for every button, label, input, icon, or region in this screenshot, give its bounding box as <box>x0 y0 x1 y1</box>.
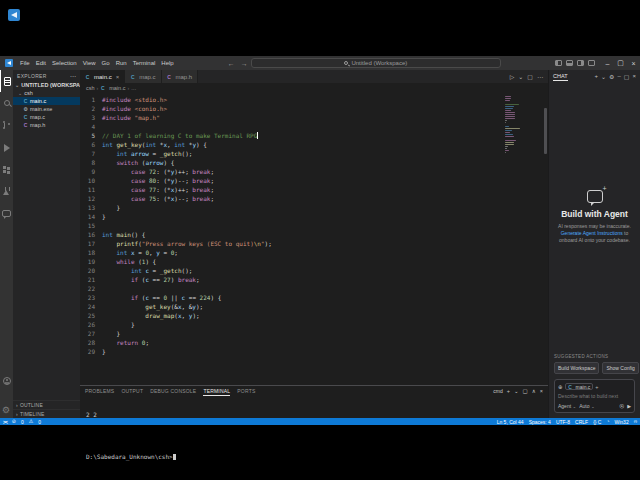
new-chat-icon[interactable]: + <box>595 73 599 80</box>
minimize-icon[interactable]: – <box>617 73 620 80</box>
toggle-panel-icon[interactable] <box>566 60 573 66</box>
activity-search-icon[interactable] <box>0 92 13 114</box>
add-context-icon[interactable]: + <box>595 384 598 390</box>
model-picker[interactable]: Auto ⌄ <box>579 403 594 409</box>
chevron-down-icon[interactable]: ⌄ <box>601 73 606 80</box>
maximize-button[interactable]: ▢ <box>614 56 627 70</box>
status-item[interactable]: {} C <box>593 419 601 425</box>
chat-input-placeholder[interactable]: Describe what to build next <box>558 393 631 399</box>
desktop-shortcut-icon[interactable] <box>8 9 20 21</box>
activity-source-control-icon[interactable] <box>0 114 13 136</box>
code-line: 24 get_key(&x, &y); <box>80 302 548 311</box>
minimap[interactable] <box>505 96 520 154</box>
menu-edit[interactable]: Edit <box>33 60 49 66</box>
show-config-button[interactable]: Show Config <box>602 362 638 374</box>
close-tab-icon[interactable]: × <box>116 74 120 80</box>
back-icon[interactable]: ← <box>225 60 238 67</box>
activity-chat-icon[interactable] <box>0 202 13 224</box>
copilot-icon[interactable]: ◔ <box>606 419 609 424</box>
chevron-down-icon[interactable]: ⌄ <box>514 388 519 394</box>
status-item[interactable]: CRLF <box>575 419 588 425</box>
menu-file[interactable]: File <box>17 60 33 66</box>
activity-testing-icon[interactable] <box>0 180 13 202</box>
menu-run[interactable]: Run <box>113 60 130 66</box>
attach-context-icon[interactable]: ⊕ <box>558 384 563 390</box>
outline-section[interactable]: › OUTLINE <box>13 400 80 409</box>
chevron-down-icon[interactable]: ⌄ <box>518 73 523 80</box>
customize-layout-icon[interactable] <box>588 60 595 66</box>
menu-terminal[interactable]: Terminal <box>130 60 159 66</box>
breadcrumb-item[interactable]: csh <box>86 85 95 91</box>
activity-settings-gear-icon[interactable] <box>0 392 13 414</box>
status-item[interactable]: Spaces: 4 <box>529 419 551 425</box>
remote-icon[interactable]: >< <box>3 419 7 425</box>
status-item[interactable]: Ln 5, Col 44 <box>497 419 524 425</box>
file-main.exe[interactable]: ⚙main.exe <box>13 105 80 113</box>
warning-icon[interactable]: ⚠ <box>29 419 33 424</box>
minimize-button[interactable]: – <box>601 56 614 70</box>
tab-map.c[interactable]: Cmap.c <box>125 70 161 83</box>
generate-instructions-link[interactable]: Generate Agent Instructions <box>561 230 623 236</box>
build-workspace-button[interactable]: Build Workspace <box>554 362 599 374</box>
panel-tab-output[interactable]: OUTPUT <box>121 387 143 396</box>
shell-label[interactable]: cmd <box>493 388 502 394</box>
folder-row[interactable]: ⌄ csh <box>13 89 80 97</box>
file-map.h[interactable]: Cmap.h <box>13 121 80 129</box>
status-item[interactable]: Win32 <box>615 419 629 425</box>
status-item[interactable]: UTF-8 <box>556 419 570 425</box>
menu-go[interactable]: Go <box>99 60 113 66</box>
status-item[interactable]: 0 <box>38 419 41 425</box>
activity-extensions-icon[interactable] <box>0 158 13 180</box>
file-main.c[interactable]: Cmain.c <box>13 97 80 105</box>
toggle-sidebar-icon[interactable] <box>555 60 562 66</box>
mode-picker[interactable]: Agent ⌄ <box>558 403 576 409</box>
status-item[interactable]: 0 <box>21 419 24 425</box>
close-panel-icon[interactable]: × <box>540 388 543 394</box>
chat-input-box[interactable]: ⊕ C main.c + Describe what to build next… <box>554 379 635 413</box>
tab-map.h[interactable]: Cmap.h <box>162 70 199 83</box>
panel-tab-terminal[interactable]: TERMINAL <box>203 387 230 396</box>
timeline-section[interactable]: › TIMELINE <box>13 409 80 418</box>
activity-run-debug-icon[interactable] <box>0 136 13 158</box>
run-icon[interactable]: ▷ <box>510 73 515 80</box>
panel-tab-ports[interactable]: PORTS <box>237 387 255 396</box>
mic-icon[interactable]: ⦿ <box>619 403 624 409</box>
menu-view[interactable]: View <box>80 60 99 66</box>
activity-account-icon[interactable] <box>0 370 13 392</box>
activity-explorer-icon[interactable] <box>0 70 13 92</box>
panel-tab-problems[interactable]: PROBLEMS <box>85 387 114 396</box>
terminal[interactable]: 2 2 D:\Sabedara_Unknown\csh> <box>80 396 548 475</box>
breadcrumb-item[interactable]: main.c <box>109 85 125 91</box>
file-map.c[interactable]: Cmap.c <box>13 113 80 121</box>
layout-icon[interactable]: ▢ <box>624 73 630 80</box>
bell-icon[interactable]: ⍾ <box>634 419 637 424</box>
command-center-search[interactable]: Untitled (Workspace) <box>251 58 501 68</box>
toggle-secondary-sidebar-icon[interactable] <box>577 60 584 66</box>
code-editor[interactable]: 1#include <stdio.h>2#include <conio.h>3#… <box>80 92 548 385</box>
breadcrumb-item[interactable]: … <box>131 85 137 91</box>
tab-chat[interactable]: CHAT <box>553 72 568 81</box>
send-icon[interactable]: ▶ <box>627 403 631 409</box>
error-icon[interactable]: ⊘ <box>12 419 16 424</box>
split-terminal-icon[interactable]: ▢ <box>523 388 528 394</box>
maximize-panel-icon[interactable]: ∧ <box>532 388 536 394</box>
new-terminal-icon[interactable]: + <box>507 388 510 394</box>
menu-help[interactable]: Help <box>158 60 176 66</box>
menu-selection[interactable]: Selection <box>49 60 80 66</box>
forward-icon[interactable]: → <box>238 60 251 67</box>
bell-icon[interactable]: ⍾ <box>634 419 637 424</box>
editor-scrollbar[interactable] <box>544 108 547 154</box>
more-actions-icon[interactable]: ⋯ <box>537 73 543 80</box>
copilot-icon[interactable]: ◔ <box>606 419 609 424</box>
split-editor-icon[interactable]: ▢ <box>527 73 533 80</box>
gear-icon[interactable]: ⚙ <box>609 73 614 80</box>
close-icon[interactable]: × <box>632 73 636 80</box>
tab-main.c[interactable]: Cmain.c× <box>80 70 125 83</box>
remote-icon[interactable]: >< <box>3 419 7 425</box>
context-chip[interactable]: C main.c <box>565 383 594 390</box>
breadcrumb[interactable]: csh›Cmain.c›… <box>80 83 548 92</box>
more-actions-icon[interactable]: ⋯ <box>70 72 76 79</box>
workspace-row[interactable]: ⌄ UNTITLED (WORKSPACE) <box>13 81 80 89</box>
panel-tab-debug-console[interactable]: DEBUG CONSOLE <box>150 387 196 396</box>
close-button[interactable]: × <box>627 56 640 70</box>
